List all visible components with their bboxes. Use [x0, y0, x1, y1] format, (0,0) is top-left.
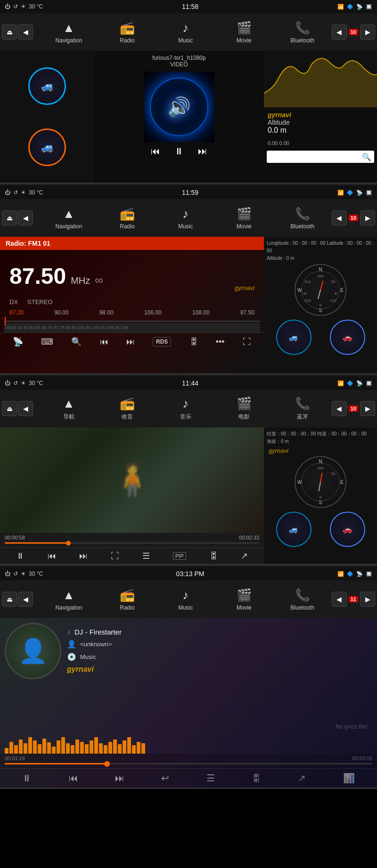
status-left-2: ⏻ ↺ ☀ 30 °C: [5, 189, 43, 196]
video-progress-bar[interactable]: [5, 542, 259, 544]
svg-text:S: S: [319, 303, 321, 307]
next-button-2[interactable]: ▶: [360, 210, 375, 225]
eq-bar: [61, 737, 65, 754]
video-prev[interactable]: ⏮: [48, 551, 56, 561]
music-label-1: Music: [178, 37, 193, 44]
eject-button-3[interactable]: ⏏: [2, 401, 17, 416]
video-fullscreen[interactable]: ↗: [241, 551, 248, 561]
s1-gauges: 🚙 🚙: [0, 51, 94, 183]
rds-button[interactable]: RDS: [153, 337, 171, 346]
nav-item-navigation-2[interactable]: ▲ Navigation: [52, 207, 85, 230]
back-button-2[interactable]: ◀: [18, 210, 33, 225]
more-icon[interactable]: •••: [216, 337, 225, 347]
nav-item-radio-1[interactable]: 📻 Radio: [111, 21, 144, 44]
next-station-btn[interactable]: ⏭: [126, 337, 135, 347]
refresh-icon-4[interactable]: ↺: [13, 571, 18, 577]
music-main-panel: 👤 ♪ DJ - Firestarter 👤 <unknown> 💿 Music: [0, 618, 377, 788]
nav-item-bluetooth-2[interactable]: 📞 Bluetooth: [286, 207, 319, 230]
video-title-1: furious7-tsr1_h1080p VIDEO: [148, 51, 209, 72]
nav-item-music-3[interactable]: ♪ 音乐: [169, 396, 202, 421]
fullscreen-icon[interactable]: ⛶: [243, 337, 251, 347]
prev-button-3[interactable]: ◀: [332, 401, 347, 416]
refresh-icon-3[interactable]: ↺: [13, 380, 18, 386]
screen4-body: 👤 ♪ DJ - Firestarter 👤 <unknown> 💿 Music: [0, 618, 377, 788]
search-icon-1[interactable]: 🔍: [362, 153, 371, 161]
nav-item-bluetooth-1[interactable]: 📞 Bluetooth: [286, 21, 319, 44]
nav-item-navigation-1[interactable]: ▲ Navigation: [52, 21, 85, 44]
next-track-1[interactable]: ⏭: [198, 146, 207, 157]
cast-icon[interactable]: 📡: [13, 337, 23, 347]
nav-side-left-3: ⏏ ◀: [2, 401, 40, 416]
search-input-1[interactable]: [270, 153, 360, 160]
power-icon-2[interactable]: ⏻: [5, 189, 10, 196]
prev-button-1[interactable]: ◀: [332, 24, 347, 40]
gauge-rear-car: 🚙: [28, 129, 66, 166]
nav-item-music-2[interactable]: ♪ Music: [169, 207, 202, 230]
phone-icon-1: 📞: [295, 21, 310, 35]
video-pip[interactable]: PIP: [173, 552, 186, 560]
refresh-icon[interactable]: ↺: [13, 3, 18, 10]
play-pause-1[interactable]: ⏸: [174, 146, 184, 157]
brightness-icon-4[interactable]: ☀: [21, 571, 26, 577]
eject-button-2[interactable]: ⏏: [2, 210, 17, 225]
status-bar-3: ⏻ ↺ ☀ 30 °C 11:44 📶 🔷 📡 🔲: [0, 377, 377, 390]
eject-button-4[interactable]: ⏏: [2, 592, 17, 607]
screen3-body: 🧍 00:00:58 00:02:33 ⏸ ⏮ ⏭ ⛶ ☰ PIP: [0, 427, 377, 564]
nav-item-bluetooth-4[interactable]: 📞 Bluetooth: [286, 588, 319, 611]
nav-item-radio-3[interactable]: 📻 收音: [111, 396, 144, 421]
prev-button-4[interactable]: ◀: [332, 592, 347, 607]
nav-item-movie-1[interactable]: 🎬 Movie: [228, 21, 261, 44]
brightness-icon-3[interactable]: ☀: [21, 380, 26, 386]
nav-item-movie-3[interactable]: 🎬 电影: [228, 396, 261, 421]
screen3-panel: ⏻ ↺ ☀ 30 °C 11:44 📶 🔷 📡 🔲 ⏏ ◀ ▲ 导航 📻 收音: [0, 377, 377, 565]
next-button-1[interactable]: ▶: [360, 24, 375, 40]
wifi-icon-4: 📶: [337, 571, 344, 577]
brightness-icon-2[interactable]: ☀: [21, 189, 26, 196]
nav-item-music-4[interactable]: ♪ Music: [169, 588, 202, 611]
next-button-4[interactable]: ▶: [360, 592, 375, 607]
nav-item-radio-2[interactable]: 📻 Radio: [111, 207, 144, 230]
brightness-icon[interactable]: ☀: [21, 3, 26, 10]
back-button-1[interactable]: ◀: [18, 24, 33, 40]
eq-icon[interactable]: 🎛: [189, 337, 198, 347]
navigation-icon-1: ▲: [63, 21, 75, 35]
nav-item-radio-4[interactable]: 📻 Radio: [111, 588, 144, 611]
next-button-3[interactable]: ▶: [360, 401, 375, 416]
power-icon-3[interactable]: ⏻: [5, 380, 10, 386]
screen1-body: 🚙 🚙 furious7-tsr1_h1080p VIDEO ⏮ ⏸ ⏭: [0, 51, 377, 183]
battery-icon-2: 🔲: [366, 190, 372, 196]
prev-track-1[interactable]: ⏮: [151, 146, 160, 157]
power-icon-4[interactable]: ⏻: [5, 571, 10, 577]
scale-108: 108.00: [192, 309, 210, 316]
radio-icon-1: 📻: [120, 21, 135, 35]
search-radio-icon[interactable]: 🔍: [71, 337, 82, 347]
nav-item-bluetooth-3[interactable]: 📞 蓝牙: [286, 396, 319, 421]
car-gauges-2: 🚙 🚗: [267, 320, 374, 355]
back-button-4[interactable]: ◀: [18, 592, 33, 607]
search-bar-1[interactable]: 🔍: [267, 151, 374, 163]
video-playlist[interactable]: ☰: [142, 551, 150, 561]
video-crop[interactable]: ⛶: [111, 551, 119, 561]
keyboard-icon[interactable]: ⌨: [41, 337, 53, 347]
nav-item-movie-4[interactable]: 🎬 Movie: [228, 588, 261, 611]
eject-button-1[interactable]: ⏏: [2, 24, 17, 40]
nav-bar-4: ⏏ ◀ ▲ Navigation 📻 Radio ♪ Music 🎬 Movie…: [0, 580, 377, 618]
nav-item-navigation-3[interactable]: ▲ 导航: [52, 396, 85, 421]
video-play-pause[interactable]: ⏸: [16, 551, 25, 561]
prev-station-btn[interactable]: ⏮: [100, 337, 108, 347]
nav-item-music-1[interactable]: ♪ Music: [169, 21, 202, 44]
prev-button-2[interactable]: ◀: [332, 210, 347, 225]
altitude-display: gyrnavi Altitude 0.0 m: [264, 107, 377, 138]
nav-item-movie-2[interactable]: 🎬 Movie: [228, 207, 261, 230]
battery-icon-4: 🔲: [366, 571, 372, 577]
nav-item-navigation-4[interactable]: ▲ Navigation: [52, 588, 85, 611]
car-gauges-3: 🚙 🚗: [267, 512, 374, 547]
power-icon[interactable]: ⏻: [5, 3, 10, 10]
video-next[interactable]: ⏭: [79, 551, 88, 561]
nav-items-3: ▲ 导航 📻 收音 ♪ 音乐 🎬 电影 📞 蓝牙: [40, 396, 332, 421]
refresh-icon-2[interactable]: ↺: [13, 189, 18, 196]
video-eq[interactable]: 🎛: [209, 551, 218, 561]
back-button-3[interactable]: ◀: [18, 401, 33, 416]
volume-badge-4: 11: [349, 596, 358, 603]
music-progress-bar[interactable]: [5, 763, 372, 764]
